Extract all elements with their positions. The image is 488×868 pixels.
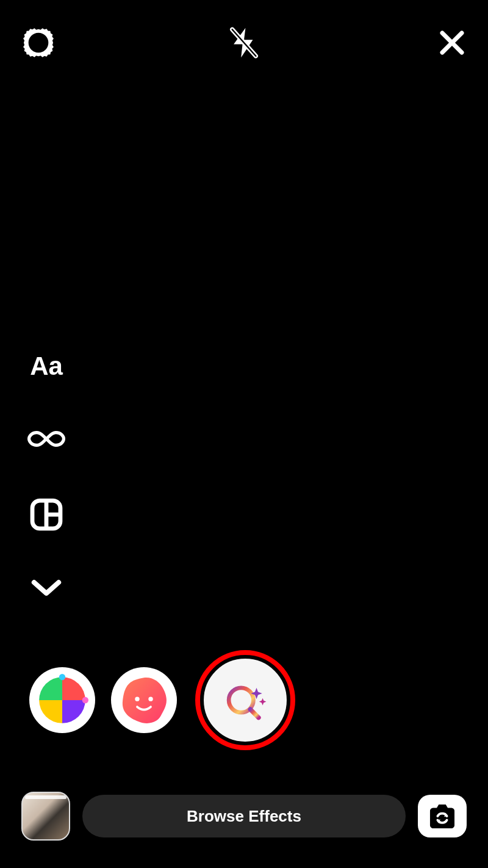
browse-effects-label: Browse Effects: [187, 807, 301, 826]
more-tools-button[interactable]: [30, 578, 63, 598]
flash-off-icon: [226, 25, 262, 60]
boomerang-button[interactable]: [27, 427, 65, 451]
close-button[interactable]: [437, 28, 467, 57]
svg-point-9: [82, 697, 88, 703]
sparkle-search-icon: [220, 675, 271, 726]
side-tools: Aa: [27, 352, 65, 598]
text-mode-button[interactable]: Aa: [30, 352, 63, 381]
svg-point-8: [59, 674, 65, 680]
top-bar: [0, 21, 488, 64]
flash-toggle-button[interactable]: [226, 25, 262, 60]
effect-blob-face[interactable]: [111, 667, 177, 733]
gallery-button[interactable]: [21, 792, 70, 841]
browse-effects-button[interactable]: Browse Effects: [82, 795, 406, 837]
camera-switch-icon: [426, 802, 458, 830]
layout-icon: [29, 497, 64, 532]
effects-carousel[interactable]: [0, 648, 488, 752]
svg-line-13: [250, 709, 258, 717]
bottom-bar: Browse Effects: [0, 792, 488, 841]
switch-camera-button[interactable]: [418, 795, 467, 837]
capture-inner: [202, 657, 289, 743]
layout-button[interactable]: [29, 497, 64, 532]
settings-icon: [21, 26, 56, 60]
blob-face-icon: [116, 672, 172, 728]
capture-button[interactable]: [195, 650, 295, 750]
infinity-icon: [27, 427, 65, 451]
svg-point-0: [29, 33, 49, 53]
chevron-down-icon: [30, 578, 63, 598]
effect-color-filter[interactable]: [29, 667, 95, 733]
svg-point-10: [135, 696, 139, 701]
settings-button[interactable]: [21, 26, 56, 60]
close-icon: [437, 28, 467, 57]
color-wheel-icon: [36, 674, 88, 726]
svg-point-11: [148, 696, 152, 701]
